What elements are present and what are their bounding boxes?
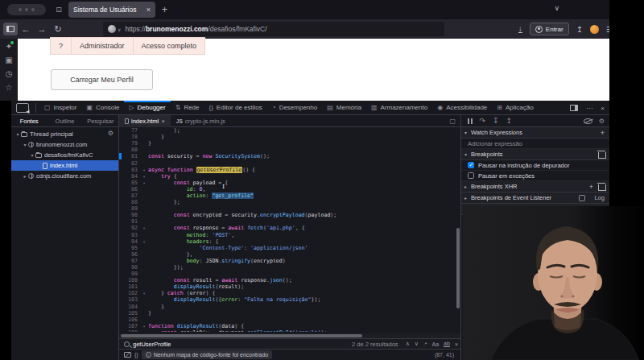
devtools-tab-debugger[interactable]: ▷Debugger	[124, 101, 170, 115]
breakpoints-header[interactable]: ▾ Breakpoints	[461, 149, 609, 160]
watch-expressions-header[interactable]: ▾ Watch Expressions +	[461, 127, 609, 139]
code-line-89[interactable]: 89	[119, 205, 460, 212]
remove-xhr-breakpoints-icon[interactable]	[598, 183, 605, 190]
xhr-breakpoints-header[interactable]: ▸ Breakpoints XHR +	[461, 181, 609, 192]
load-profile-button[interactable]: Carregar Meu Perfil	[51, 69, 153, 90]
line-number[interactable]: 78	[119, 134, 140, 140]
line-number[interactable]: 97	[119, 258, 140, 264]
url-bar[interactable]: ∨ https://brunomenozzi.com/desafios/fmKa…	[103, 22, 444, 36]
add-watch-icon[interactable]: +	[601, 129, 605, 137]
forward-icon[interactable]: →	[34, 24, 50, 34]
reload-icon[interactable]: ↻	[50, 24, 66, 35]
code-area[interactable]: 77 );78 }79}8081const security = new Sec…	[119, 127, 460, 332]
line-number[interactable]: 96	[119, 251, 140, 258]
fold-arrow-icon[interactable]: ▾	[140, 168, 148, 172]
line-number[interactable]: 82	[119, 160, 140, 167]
code-line-87[interactable]: 87 action: "get_profile"	[119, 192, 460, 199]
ai-chat-icon[interactable]: ✦	[6, 42, 12, 51]
extension-icon[interactable]	[590, 25, 599, 34]
firefox-view-icon[interactable]: ⊡	[52, 4, 65, 15]
line-number[interactable]: 94	[119, 238, 140, 245]
fold-arrow-icon[interactable]: ▾	[140, 174, 148, 179]
code-line-101[interactable]: 101 displayResult(result);	[119, 283, 460, 290]
share-icon[interactable]: ↥	[576, 25, 583, 34]
source-tree-item-index-html[interactable]: index.html	[11, 160, 118, 171]
line-number[interactable]: 103	[119, 296, 140, 303]
line-number[interactable]: 100	[119, 277, 140, 283]
devtools-tab-desempenho[interactable]: ◔Desempenho	[267, 101, 322, 115]
tab-close-icon[interactable]: ×	[143, 6, 151, 14]
disable-breakpoints-icon[interactable]	[584, 118, 592, 124]
line-number[interactable]: 92	[119, 225, 140, 231]
devtools-tab-armazenamento[interactable]: ▥Armazenamento	[366, 101, 432, 115]
code-line-102[interactable]: 102▾ } catch (error) {	[119, 290, 460, 296]
line-number[interactable]: 84	[119, 173, 140, 180]
source-tree-item-brunomenozzi-com[interactable]: ▾brunomenozzi.com	[11, 139, 118, 150]
case-toggle[interactable]: Aa	[432, 341, 440, 347]
site-info-chevron-icon[interactable]: ∨	[118, 27, 121, 32]
step-over-icon[interactable]: ↷	[480, 117, 486, 125]
devtools-tab-editor-de-estilos[interactable]: {}Editor de estilos	[204, 101, 267, 115]
line-number[interactable]: 80	[119, 147, 140, 153]
devtools-more-icon[interactable]: ⋯	[586, 105, 592, 112]
line-number[interactable]: 83	[119, 167, 140, 173]
downloads-icon[interactable]: ↓	[518, 25, 522, 33]
editor-tab-cryptojs[interactable]: JS crypto-js.min.js	[171, 115, 231, 127]
regex-toggle[interactable]: .*	[423, 341, 427, 347]
watch-expression-input-row[interactable]: Adicionar expressão	[461, 139, 609, 149]
line-number[interactable]: 90	[119, 212, 140, 218]
code-line-92[interactable]: 92▾ const response = await fetch('api.ph…	[119, 225, 460, 231]
code-line-100[interactable]: 100 const result = await response.json()…	[119, 277, 460, 283]
line-number[interactable]: 91	[119, 218, 140, 225]
line-number[interactable]: 104	[119, 304, 140, 310]
line-number[interactable]: 86	[119, 186, 140, 192]
pretty-print-icon[interactable]: { }	[134, 352, 138, 358]
window-controls[interactable]	[7, 4, 46, 15]
code-line-79[interactable]: 79}	[119, 140, 460, 147]
devtools-tab-acessibilidade[interactable]: ◉Acessibilidade	[432, 101, 492, 115]
code-line-104[interactable]: 104 }	[119, 304, 460, 310]
source-tree-item-thread-principal[interactable]: ▾Thread principal	[11, 129, 118, 139]
editor-tab-list-icon[interactable]: ▢	[449, 118, 456, 125]
search-prev-icon[interactable]: ∧	[406, 341, 410, 347]
line-number[interactable]: 87	[119, 192, 140, 199]
code-line-97[interactable]: 97 body: JSON.stringify(encrypted)	[119, 258, 460, 264]
fold-arrow-icon[interactable]: ▾	[140, 226, 148, 230]
code-line-90[interactable]: 90 const encrypted = security.encryptPay…	[119, 212, 460, 218]
code-line-86[interactable]: 86 id: 0,	[119, 186, 460, 192]
line-number[interactable]: 88	[119, 199, 140, 205]
code-line-84[interactable]: 84▾ try {	[119, 173, 460, 180]
code-line-98[interactable]: 98 });	[119, 264, 460, 271]
code-line-88[interactable]: 88 };	[119, 199, 460, 205]
signin-button[interactable]: Entrar	[530, 23, 569, 35]
step-in-icon[interactable]: ↧	[493, 117, 499, 125]
add-xhr-breakpoint-icon[interactable]: +	[589, 183, 593, 191]
log-checkbox[interactable]	[579, 195, 585, 201]
debugger-settings-gear-icon[interactable]: ⚙	[599, 118, 605, 125]
back-icon[interactable]: ←	[18, 24, 34, 34]
list-tabs-icon[interactable]: ∨	[554, 4, 559, 12]
code-line-93[interactable]: 93 method: 'POST',	[119, 232, 460, 238]
search-close-icon[interactable]: ×	[455, 341, 458, 347]
vertical-scrollbar[interactable]	[456, 228, 460, 308]
editor-tab-indexhtml[interactable]: index.html ×	[119, 115, 171, 127]
code-line-81[interactable]: 81const security = new SecuritySystem();	[119, 153, 460, 159]
code-line-105[interactable]: 105}	[119, 310, 460, 317]
line-number[interactable]: 95	[119, 245, 140, 251]
code-line-85[interactable]: 85▾ const payload = {	[119, 180, 460, 186]
search-next-icon[interactable]: ∨	[415, 341, 419, 347]
code-line-83[interactable]: 83▾async function getUserProfile() {	[119, 167, 460, 173]
line-number[interactable]: 79	[119, 140, 140, 147]
pause-exceptions-option[interactable]: Pausar em exceções	[461, 171, 609, 181]
pick-element-icon[interactable]	[16, 103, 29, 113]
code-line-82[interactable]: 82	[119, 159, 460, 166]
sidebar-toggle-button[interactable]	[3, 23, 18, 35]
sources-tab-fontes[interactable]: Fontes	[11, 118, 47, 125]
extension-sidebar-icon[interactable]: ▣	[5, 56, 12, 64]
code-line-99[interactable]: 99	[119, 271, 460, 277]
line-number[interactable]: 89	[119, 205, 140, 212]
line-number[interactable]: 107	[119, 323, 140, 329]
line-number[interactable]: 106	[119, 317, 140, 323]
line-number[interactable]: 99	[119, 271, 140, 277]
history-icon[interactable]: ◷	[6, 69, 13, 78]
